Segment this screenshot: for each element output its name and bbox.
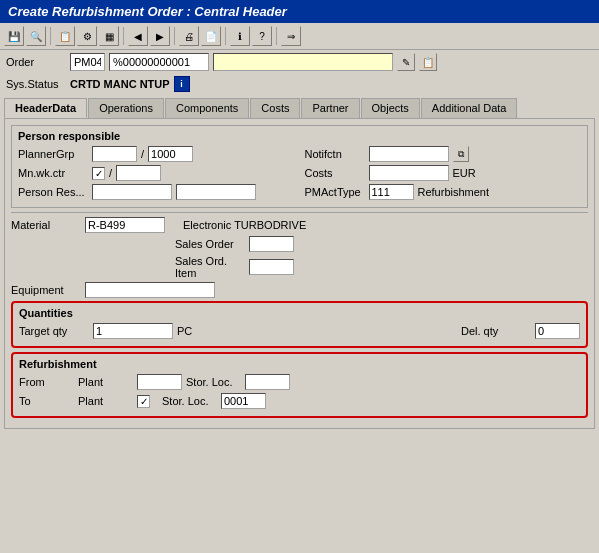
del-qty-input[interactable]	[535, 323, 580, 339]
from-stor-loc-input[interactable]	[245, 374, 290, 390]
quantities-section: Quantities Target qty PC Del. qty	[11, 301, 588, 348]
planner-grp-row: PlannerGrp /	[18, 146, 295, 162]
divider1	[11, 212, 588, 213]
tab-operations[interactable]: Operations	[88, 98, 164, 118]
person-responsible-columns: PlannerGrp / Mn.wk.ctr ✓ / Person Res...	[18, 146, 581, 203]
copy-toolbar-icon[interactable]: 📄	[201, 26, 221, 46]
title-text: Create Refurbishment Order : Central Hea…	[8, 4, 287, 19]
to-plant-row: To Plant ✓ Stor. Loc.	[19, 393, 580, 409]
pmact-type-desc: Refurbishment	[418, 186, 490, 198]
tab-costs[interactable]: Costs	[250, 98, 300, 118]
tab-components[interactable]: Components	[165, 98, 249, 118]
target-qty-label: Target qty	[19, 325, 89, 337]
target-qty-input[interactable]	[93, 323, 173, 339]
help-icon[interactable]: ?	[252, 26, 272, 46]
toolbar: 💾 🔍 📋 ⚙ ▦ ◀ ▶ 🖨 📄 ℹ ? ⇒	[0, 23, 599, 50]
person-responsible-section: Person responsible PlannerGrp / Mn.wk.ct…	[11, 125, 588, 208]
order-number-input[interactable]	[109, 53, 209, 71]
order-label: Order	[6, 56, 66, 68]
to-stor-loc-input[interactable]	[221, 393, 266, 409]
mn-wk-slash: /	[109, 167, 112, 179]
mn-wk-ctr-row: Mn.wk.ctr ✓ /	[18, 165, 295, 181]
find-icon[interactable]: 🔍	[26, 26, 46, 46]
sales-order-input[interactable]	[249, 236, 294, 252]
del-qty-label: Del. qty	[461, 325, 531, 337]
sales-ord-item-label: Sales Ord. Item	[175, 255, 245, 279]
target-qty-unit: PC	[177, 325, 192, 337]
notifctn-label: Notifctn	[305, 148, 365, 160]
person-res-label: Person Res...	[18, 186, 88, 198]
tab-objects[interactable]: Objects	[361, 98, 420, 118]
save-icon[interactable]: 💾	[4, 26, 24, 46]
from-plant-row: From Plant Stor. Loc.	[19, 374, 580, 390]
refurbishment-section: Refurbishment From Plant Stor. Loc. To P…	[11, 352, 588, 418]
sales-ord-item-row: Sales Ord. Item	[11, 255, 588, 279]
back-icon[interactable]: ◀	[128, 26, 148, 46]
person-res-input2[interactable]	[176, 184, 256, 200]
from-plant-label: From	[19, 376, 74, 388]
from-plant-input[interactable]	[137, 374, 182, 390]
tab-header-data[interactable]: HeaderData	[4, 98, 87, 118]
sales-order-row: Sales Order	[11, 236, 588, 252]
costs-row: Costs EUR	[305, 165, 582, 181]
status-info-icon[interactable]: i	[174, 76, 190, 92]
from-stor-loc-label: Stor. Loc.	[186, 376, 241, 388]
person-responsible-left: PlannerGrp / Mn.wk.ctr ✓ / Person Res...	[18, 146, 295, 203]
document-icon[interactable]: 📋	[55, 26, 75, 46]
costs-label: Costs	[305, 167, 365, 179]
person-responsible-right: Notifctn ⧉ Costs EUR PMActType Refurbish…	[305, 146, 582, 203]
quantities-row: Target qty PC Del. qty	[19, 323, 580, 339]
planner-grp-input2[interactable]	[148, 146, 193, 162]
order-description-input[interactable]	[213, 53, 393, 71]
toolbar-separator4	[225, 27, 226, 45]
order-edit-icon[interactable]: ✎	[397, 53, 415, 71]
notifctn-copy-icon[interactable]: ⧉	[453, 146, 469, 162]
arrow-icon[interactable]: ⇒	[281, 26, 301, 46]
sys-status-label: Sys.Status	[6, 78, 66, 90]
costs-input[interactable]	[369, 165, 449, 181]
order-detail-icon[interactable]: 📋	[419, 53, 437, 71]
sales-ord-item-input[interactable]	[249, 259, 294, 275]
info-toolbar-icon[interactable]: ℹ	[230, 26, 250, 46]
mn-wk-ctr-input[interactable]	[116, 165, 161, 181]
title-bar: Create Refurbishment Order : Central Hea…	[0, 0, 599, 23]
pmact-type-input[interactable]	[369, 184, 414, 200]
tab-partner[interactable]: Partner	[301, 98, 359, 118]
order-type-input[interactable]	[70, 53, 105, 71]
forward-icon[interactable]: ▶	[150, 26, 170, 46]
person-responsible-title: Person responsible	[18, 130, 581, 142]
material-description: Electronic TURBODRIVE	[183, 219, 306, 231]
toolbar-separator3	[174, 27, 175, 45]
notifctn-row: Notifctn ⧉	[305, 146, 582, 162]
to-plant-checkbox[interactable]: ✓	[137, 395, 150, 408]
planner-slash: /	[141, 148, 144, 160]
mn-wk-ctr-label: Mn.wk.ctr	[18, 167, 88, 179]
to-plant-label: To	[19, 395, 74, 407]
material-row: Material Electronic TURBODRIVE	[11, 217, 588, 233]
quantities-title: Quantities	[19, 307, 580, 319]
equipment-input[interactable]	[85, 282, 215, 298]
equipment-label: Equipment	[11, 284, 81, 296]
refurbishment-title: Refurbishment	[19, 358, 580, 370]
toolbar-separator2	[123, 27, 124, 45]
toolbar-separator5	[276, 27, 277, 45]
status-row: Sys.Status CRTD MANC NTUP i	[0, 74, 599, 94]
print-icon[interactable]: 🖨	[179, 26, 199, 46]
person-res-input1[interactable]	[92, 184, 172, 200]
sys-status-value: CRTD MANC NTUP	[70, 78, 170, 90]
filter-icon[interactable]: ▦	[99, 26, 119, 46]
mn-wk-ctr-checkbox[interactable]: ✓	[92, 167, 105, 180]
toolbar-separator	[50, 27, 51, 45]
equipment-row: Equipment	[11, 282, 588, 298]
planner-grp-label: PlannerGrp	[18, 148, 88, 160]
material-input[interactable]	[85, 217, 165, 233]
planner-grp-input[interactable]	[92, 146, 137, 162]
to-stor-loc-label: Stor. Loc.	[162, 395, 217, 407]
order-row: Order ✎ 📋	[0, 50, 599, 74]
to-plant-sublabel: Plant	[78, 395, 133, 407]
tab-additional-data[interactable]: Additional Data	[421, 98, 518, 118]
material-label: Material	[11, 219, 81, 231]
settings-icon[interactable]: ⚙	[77, 26, 97, 46]
notifctn-input[interactable]	[369, 146, 449, 162]
pmact-type-label: PMActType	[305, 186, 365, 198]
